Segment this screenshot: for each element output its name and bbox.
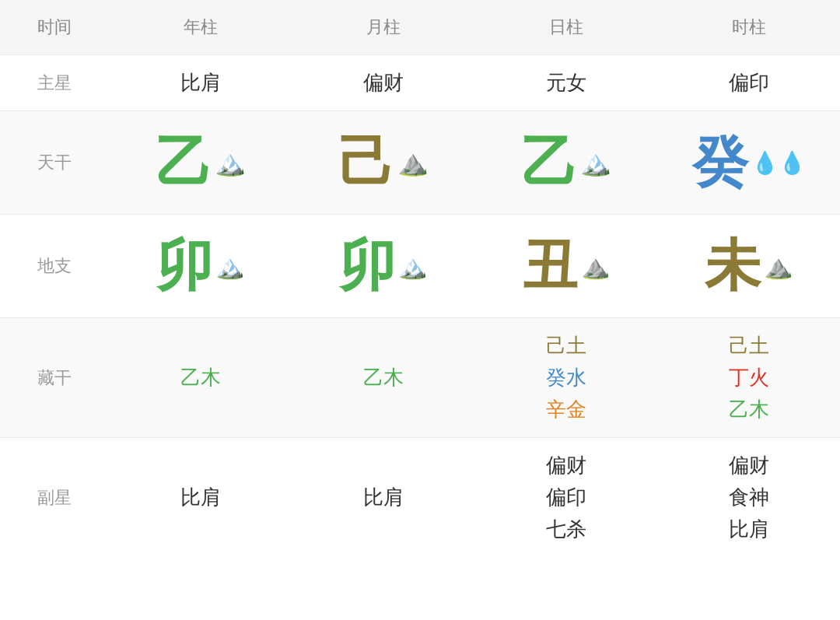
tiangan-col4-char: 癸 bbox=[692, 125, 748, 200]
header-row: 时间 年柱 月柱 日柱 时柱 bbox=[0, 0, 840, 55]
tiangan-row: 天干 乙 🏔️ 己 ⛰️ 乙 🏔️ bbox=[0, 111, 840, 215]
zanggan-row: 藏干 乙木 乙木 己土 癸水 辛金 己土 bbox=[0, 318, 840, 438]
zanggan-col4-item1: 己土 bbox=[729, 332, 769, 359]
zhuxing-label: 主星 bbox=[0, 55, 109, 111]
tiangan-col1-char: 乙 bbox=[156, 125, 212, 200]
header-nianzhu: 年柱 bbox=[109, 0, 292, 55]
mountain-icon-1: 🏔️ bbox=[215, 148, 246, 177]
tiangan-col2: 己 ⛰️ bbox=[292, 111, 474, 215]
mountain-icon-5: 🏔️ bbox=[398, 253, 427, 280]
tiangan-col2-char: 己 bbox=[338, 125, 394, 200]
zanggan-col4-item3: 乙木 bbox=[729, 396, 769, 423]
dizhi-col4: 未 ⛰️ bbox=[657, 215, 840, 318]
zhuxing-row: 主星 比肩 偏财 元女 偏印 bbox=[0, 55, 840, 111]
header-rizhu: 日柱 bbox=[474, 0, 657, 55]
mountain-icon-4: 🏔️ bbox=[215, 253, 244, 280]
dizhi-label: 地支 bbox=[0, 215, 109, 318]
fuxing-col4-item1: 偏财 bbox=[729, 452, 769, 479]
header-shijian: 时间 bbox=[0, 0, 109, 55]
fuxing-col2-item1: 比肩 bbox=[363, 484, 404, 511]
dizhi-col3-char: 丑 bbox=[522, 229, 578, 303]
zanggan-col4: 己土 丁火 乙木 bbox=[657, 318, 840, 438]
mountain-icon-2: ⛰️ bbox=[397, 148, 429, 177]
dizhi-col1: 卯 🏔️ bbox=[109, 215, 292, 318]
fuxing-col3-item3: 七杀 bbox=[546, 516, 586, 543]
zanggan-col3-item3: 辛金 bbox=[546, 396, 586, 423]
dizhi-row: 地支 卯 🏔️ 卯 🏔️ 丑 ⛰️ bbox=[0, 215, 840, 318]
water-icon: 💧💧 bbox=[751, 150, 806, 176]
zanggan-col3-item1: 己土 bbox=[546, 332, 586, 359]
fuxing-label: 副星 bbox=[0, 438, 109, 558]
dizhi-col2-char: 卯 bbox=[339, 229, 395, 303]
mountain-icon-3: 🏔️ bbox=[580, 148, 611, 177]
zanggan-col3-item2: 癸水 bbox=[546, 364, 586, 391]
zhuxing-col2: 偏财 bbox=[292, 55, 474, 111]
tiangan-label: 天干 bbox=[0, 111, 109, 215]
fuxing-col3-item1: 偏财 bbox=[546, 452, 586, 479]
zanggan-col1-item1: 乙木 bbox=[180, 364, 221, 391]
zanggan-col2-item1: 乙木 bbox=[363, 364, 404, 391]
mountain-icon-7: ⛰️ bbox=[764, 253, 793, 280]
fuxing-col1: 比肩 bbox=[109, 438, 292, 558]
header-yuezhu: 月柱 bbox=[292, 0, 474, 55]
fuxing-col3: 偏财 偏印 七杀 bbox=[474, 438, 657, 558]
bazi-table: 时间 年柱 月柱 日柱 时柱 主星 比肩 偏财 元女 偏印 天干 bbox=[0, 0, 840, 557]
dizhi-col2: 卯 🏔️ bbox=[292, 215, 474, 318]
tiangan-col3: 乙 🏔️ bbox=[474, 111, 657, 215]
fuxing-col1-item1: 比肩 bbox=[180, 484, 221, 511]
fuxing-col4-item3: 比肩 bbox=[729, 516, 769, 543]
zanggan-col4-item2: 丁火 bbox=[729, 364, 769, 391]
mountain-icon-6: ⛰️ bbox=[581, 253, 610, 280]
zhuxing-col3: 元女 bbox=[474, 55, 657, 111]
tiangan-col3-char: 乙 bbox=[521, 125, 577, 200]
tiangan-col4: 癸 💧💧 bbox=[657, 111, 840, 215]
fuxing-col2: 比肩 bbox=[292, 438, 474, 558]
zanggan-col1: 乙木 bbox=[109, 318, 292, 438]
zhuxing-col1: 比肩 bbox=[109, 55, 292, 111]
tiangan-col1: 乙 🏔️ bbox=[109, 111, 292, 215]
zhuxing-col4: 偏印 bbox=[657, 55, 840, 111]
zanggan-label: 藏干 bbox=[0, 318, 109, 438]
fuxing-row: 副星 比肩 比肩 偏财 偏印 七杀 偏财 bbox=[0, 438, 840, 558]
header-shizhu: 时柱 bbox=[657, 0, 840, 55]
dizhi-col1-char: 卯 bbox=[156, 229, 212, 303]
fuxing-col3-item2: 偏印 bbox=[546, 484, 586, 511]
zanggan-col2: 乙木 bbox=[292, 318, 474, 438]
dizhi-col3: 丑 ⛰️ bbox=[474, 215, 657, 318]
dizhi-col4-char: 未 bbox=[705, 229, 761, 303]
fuxing-col4: 偏财 食神 比肩 bbox=[657, 438, 840, 558]
zanggan-col3: 己土 癸水 辛金 bbox=[474, 318, 657, 438]
bazi-table-wrapper: 时间 年柱 月柱 日柱 时柱 主星 比肩 偏财 元女 偏印 天干 bbox=[0, 0, 840, 557]
fuxing-col4-item2: 食神 bbox=[729, 484, 769, 511]
